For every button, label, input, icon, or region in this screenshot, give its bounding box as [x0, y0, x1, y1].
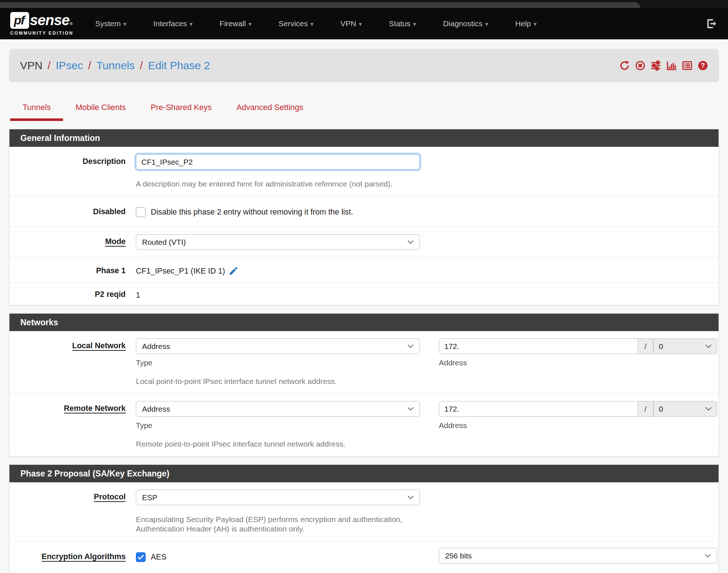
- refresh-icon[interactable]: [619, 60, 630, 71]
- local-network-address-sublabel: Address: [439, 358, 717, 367]
- disabled-label: Disabled: [93, 207, 126, 216]
- breadcrumb-link-edit-phase-2[interactable]: Edit Phase 2: [148, 59, 210, 72]
- nav-menu: System▾ Interfaces▾ Firewall▾ Services▾ …: [95, 19, 537, 28]
- description-input[interactable]: [136, 154, 420, 170]
- remote-network-help: Remote point-to-point IPsec interface tu…: [136, 439, 420, 449]
- panel-general-information: General Information Description A descri…: [9, 129, 719, 305]
- chevron-down-icon: ▾: [534, 21, 537, 28]
- nav-item-services[interactable]: Services▾: [279, 19, 314, 28]
- panel-title: General Information: [9, 129, 719, 147]
- local-network-help: Local point-to-point IPsec interface tun…: [136, 377, 420, 386]
- nav-item-system[interactable]: System▾: [95, 19, 127, 28]
- panel-phase2-proposal: Phase 2 Proposal (SA/Key Exchange) Proto…: [9, 464, 719, 573]
- mode-label: Mode: [105, 237, 126, 246]
- remote-network-mask-select[interactable]: 0: [653, 401, 717, 417]
- row-protocol: Protocol ESP Encapsulating Security Payl…: [9, 482, 719, 541]
- breadcrumb-link-tunnels[interactable]: Tunnels: [96, 59, 135, 72]
- chevron-down-icon: [705, 554, 711, 558]
- phase1-value: CF1_IPsec_P1 (IKE ID 1): [136, 263, 238, 276]
- encryption-algorithms-label: Encryption Algorithms: [42, 552, 126, 561]
- remote-network-type-select[interactable]: Address: [136, 401, 420, 417]
- phase1-label: Phase 1: [96, 266, 126, 275]
- chevron-down-icon: [408, 240, 414, 244]
- p2reqid-label: P2 reqid: [95, 290, 126, 299]
- edit-pencil-icon[interactable]: [229, 266, 238, 276]
- disabled-checkbox-label: Disable this phase 2 entry without remov…: [151, 208, 353, 217]
- slash-addon: /: [638, 338, 653, 354]
- row-phase1: Phase 1 CF1_IPsec_P1 (IKE ID 1): [9, 258, 719, 283]
- community-edition-label: COMMUNITY EDITION: [10, 31, 74, 36]
- description-label: Description: [83, 157, 126, 166]
- row-remote-network: Remote Network Address Type Remote point…: [9, 394, 719, 456]
- log-icon[interactable]: [682, 60, 692, 71]
- protocol-label: Protocol: [94, 492, 126, 501]
- mode-select[interactable]: Routed (VTI): [136, 234, 420, 250]
- tab-advanced-settings[interactable]: Advanced Settings: [224, 103, 315, 121]
- protocol-select[interactable]: ESP: [136, 490, 420, 505]
- breadcrumb-bar: VPN / IPsec / Tunnels / Edit Phase 2: [9, 49, 719, 82]
- row-p2reqid: P2 reqid 1: [9, 283, 719, 305]
- disabled-checkbox[interactable]: [136, 207, 146, 217]
- chevron-down-icon: ▾: [359, 21, 362, 28]
- pfsense-logo-sense: sense: [30, 12, 69, 28]
- aes-keylength-select[interactable]: 256 bits: [439, 548, 717, 564]
- local-network-label: Local Network: [72, 341, 126, 350]
- tab-pre-shared-keys[interactable]: Pre-Shared Keys: [138, 103, 224, 121]
- local-network-type-select[interactable]: Address: [136, 338, 420, 354]
- aes-checkbox-label: AES: [151, 553, 166, 562]
- tab-tunnels[interactable]: Tunnels: [10, 103, 63, 121]
- remote-network-address-sublabel: Address: [439, 421, 717, 430]
- aes-checkbox[interactable]: [136, 552, 146, 562]
- panel-title: Networks: [9, 314, 719, 331]
- row-encryption-aes128gcm: AES128-GCM Auto: [9, 571, 719, 573]
- sliders-icon[interactable]: [651, 60, 661, 71]
- slash-addon: /: [638, 401, 653, 417]
- remote-network-type-sublabel: Type: [136, 421, 420, 430]
- chevron-down-icon: [705, 344, 712, 348]
- nav-item-help[interactable]: Help▾: [515, 19, 537, 28]
- page-action-icons: ?: [619, 60, 708, 71]
- local-network-address-input[interactable]: [439, 338, 638, 354]
- chevron-down-icon: ▾: [248, 21, 252, 28]
- chevron-down-icon: ▾: [485, 21, 488, 28]
- row-description: Description A description may be entered…: [9, 147, 719, 196]
- nav-item-interfaces[interactable]: Interfaces▾: [153, 19, 193, 28]
- window-top-strip: [0, 0, 728, 8]
- pfsense-logo[interactable]: pf sense ® COMMUNITY EDITION: [10, 12, 74, 36]
- breadcrumb-vpn: VPN: [20, 59, 43, 72]
- svg-text:?: ?: [701, 62, 705, 69]
- local-network-type-sublabel: Type: [136, 358, 420, 367]
- row-disabled: Disabled Disable this phase 2 entry with…: [9, 196, 719, 227]
- chevron-down-icon: ▾: [310, 21, 314, 28]
- breadcrumb-link-ipsec[interactable]: IPsec: [56, 59, 83, 72]
- tab-mobile-clients[interactable]: Mobile Clients: [63, 103, 138, 121]
- row-mode: Mode Routed (VTI): [9, 227, 719, 258]
- panel-networks: Networks Local Network Address Type Loca…: [9, 313, 719, 456]
- main-navbar: pf sense ® COMMUNITY EDITION System▾ Int…: [0, 8, 728, 39]
- remote-network-address-group: / 0: [439, 401, 717, 417]
- bar-chart-icon[interactable]: [666, 60, 677, 71]
- local-network-address-group: / 0: [439, 338, 717, 354]
- chevron-down-icon: ▾: [413, 21, 416, 28]
- nav-item-vpn[interactable]: VPN▾: [341, 19, 362, 28]
- row-encryption-aes: Encryption Algorithms AES 256 bits: [9, 541, 719, 571]
- pfsense-logo-pf: pf: [10, 12, 29, 29]
- p2reqid-value: 1: [136, 288, 140, 300]
- remote-network-address-input[interactable]: [439, 401, 638, 417]
- chevron-down-icon: [408, 407, 414, 411]
- description-help: A description may be entered here for ad…: [136, 179, 420, 189]
- chevron-down-icon: ▾: [123, 21, 127, 28]
- chevron-down-icon: [705, 407, 712, 411]
- row-local-network: Local Network Address Type Local point-t…: [9, 331, 719, 394]
- chevron-down-icon: ▾: [189, 21, 193, 28]
- remote-network-label: Remote Network: [64, 404, 126, 413]
- nav-item-diagnostics[interactable]: Diagnostics▾: [443, 19, 488, 28]
- panel-title: Phase 2 Proposal (SA/Key Exchange): [9, 465, 719, 482]
- local-network-mask-select[interactable]: 0: [653, 338, 717, 354]
- help-icon[interactable]: ?: [698, 60, 708, 71]
- nav-item-status[interactable]: Status▾: [389, 19, 416, 28]
- stop-icon[interactable]: [635, 60, 645, 71]
- sign-out-icon[interactable]: [705, 17, 718, 30]
- registered-mark: ®: [70, 21, 72, 26]
- nav-item-firewall[interactable]: Firewall▾: [220, 19, 252, 28]
